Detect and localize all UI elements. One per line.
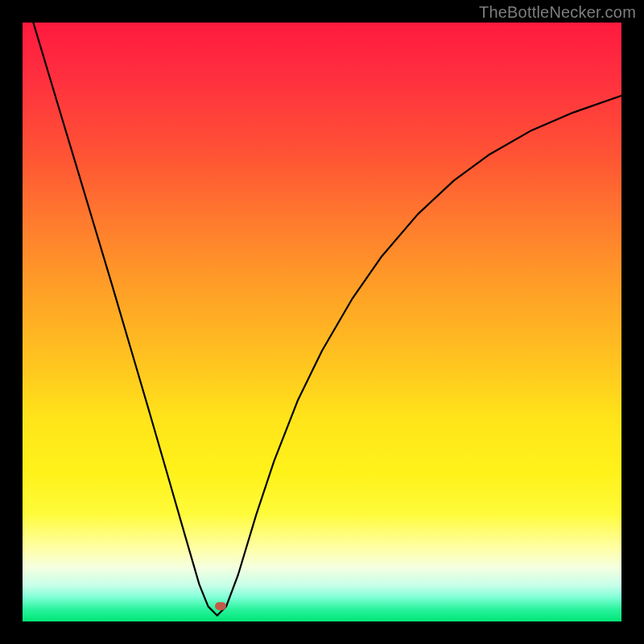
- watermark-text: TheBottleNecker.com: [479, 3, 636, 22]
- bottleneck-curve: [23, 23, 621, 616]
- frame: TheBottleNecker.com: [0, 0, 644, 644]
- plot-area: [23, 23, 621, 621]
- curve-svg: [23, 23, 621, 621]
- optimal-point-marker: [215, 602, 226, 610]
